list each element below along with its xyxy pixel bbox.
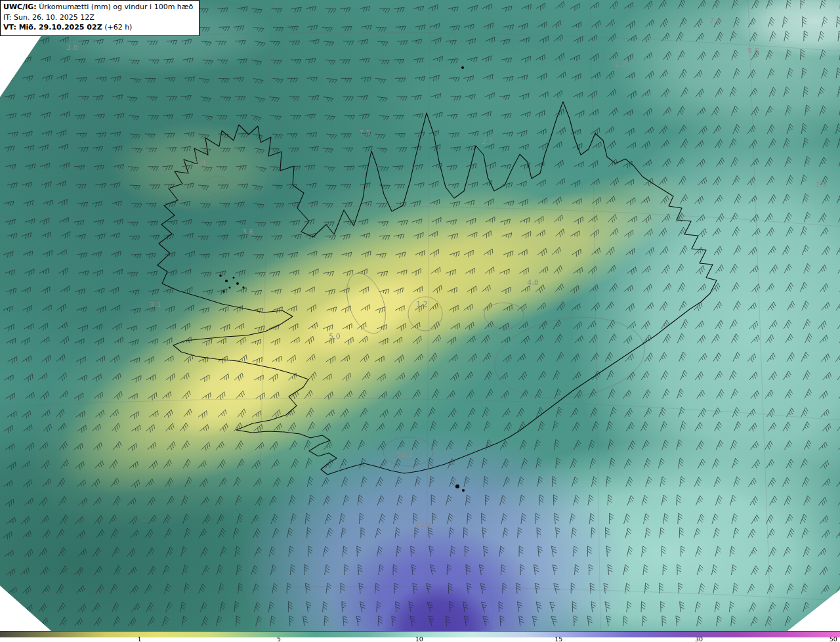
colorbar-wrap: 1510153050 — [0, 631, 840, 642]
colorbar-tick: 10 — [415, 636, 423, 642]
valid-time-line: VT: Mið. 29.10.2025 02Z (+62 h) — [3, 22, 193, 33]
product-title: Úrkomumætti (mm) og vindur i 100m hæð — [37, 3, 194, 11]
model-title-line: UWC/IG: Úrkomumætti (mm) og vindur i 100… — [3, 2, 193, 12]
valid-time: VT: Mið. 29.10.2025 02Z — [3, 23, 102, 32]
model-name: UWC/IG: — [3, 3, 37, 11]
init-time-line: IT: Sun. 26. 10. 2025 12Z — [3, 12, 193, 23]
valid-offset: (+62 h) — [102, 23, 133, 32]
weather-map-page: 3.87.65.62.77.52.73.47.93.64.83.11.25.05… — [0, 0, 840, 642]
colorbar-tick: 30 — [695, 636, 703, 642]
colorbar-tick: 1 — [137, 636, 141, 642]
colorbar-tick: 15 — [555, 636, 562, 642]
colorbar-tick: 50 — [830, 636, 837, 642]
precipitation-wind-map — [0, 0, 840, 631]
colorbar-tick: 5 — [277, 636, 281, 642]
info-box: UWC/IG: Úrkomumætti (mm) og vindur i 100… — [0, 0, 200, 36]
